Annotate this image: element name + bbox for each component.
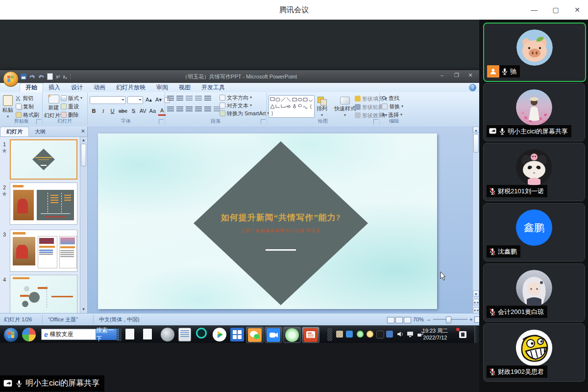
tab-slideshow[interactable]: 幻灯片放映 bbox=[111, 83, 151, 92]
decrease-indent-icon[interactable] bbox=[186, 96, 193, 101]
taskbar-search[interactable]: e 橡胶支座 搜索一下 bbox=[41, 329, 119, 340]
superscript-button[interactable]: x² bbox=[56, 74, 60, 79]
notepad-icon[interactable] bbox=[178, 328, 191, 341]
grow-font-button[interactable]: A▴ bbox=[145, 96, 153, 104]
volume-icon[interactable] bbox=[397, 331, 404, 338]
previous-slide-button[interactable]: ▲▲ bbox=[473, 299, 479, 305]
drawing-dialog-launcher[interactable] bbox=[373, 119, 378, 124]
tray-icon[interactable] bbox=[336, 331, 343, 338]
tray-icon[interactable] bbox=[367, 331, 373, 338]
participant-tile[interactable]: 驰 bbox=[483, 23, 586, 82]
zoom-slider[interactable] bbox=[433, 319, 467, 320]
redo-icon[interactable] bbox=[38, 74, 44, 79]
scroll-down-icon[interactable]: ▼ bbox=[80, 307, 87, 313]
copy-button[interactable]: 复制 bbox=[16, 103, 39, 110]
subscript-button[interactable]: x₂ bbox=[63, 74, 67, 79]
tab-developer[interactable]: 开发工具 bbox=[196, 83, 230, 92]
tab-animations[interactable]: 动画 bbox=[88, 83, 111, 92]
slideshow-icon[interactable] bbox=[404, 317, 411, 323]
font-dialog-launcher[interactable] bbox=[159, 119, 164, 124]
tab-outline[interactable]: 大纲 bbox=[29, 127, 51, 136]
reset-button[interactable]: 重设 bbox=[61, 103, 82, 110]
slide-title[interactable]: 如何提升新闻“共情写作”能力? bbox=[168, 212, 393, 223]
scrollbar-thumb[interactable] bbox=[81, 144, 86, 166]
change-case-button[interactable]: Aa bbox=[148, 107, 157, 115]
panel-close-icon[interactable]: ✕ bbox=[81, 128, 85, 134]
tray-icon[interactable] bbox=[357, 331, 364, 338]
scroll-up-icon[interactable]: ▲ bbox=[80, 137, 87, 143]
arrange-button[interactable]: 排列 ▾ bbox=[317, 97, 327, 117]
bullets-icon[interactable] bbox=[167, 96, 174, 101]
italic-button[interactable]: I bbox=[99, 107, 107, 115]
browser-taskbar-item[interactable] bbox=[283, 327, 301, 343]
search-button[interactable]: 搜索一下 bbox=[96, 329, 119, 340]
participant-tile[interactable]: 鑫鹏 沈鑫鹏 bbox=[483, 203, 585, 261]
tab-insert[interactable]: 插入 bbox=[43, 83, 66, 92]
shapes-gallery[interactable]: { } bbox=[269, 95, 315, 118]
tray-icon[interactable] bbox=[376, 331, 384, 339]
justify-icon[interactable] bbox=[195, 106, 202, 112]
normal-view-icon[interactable] bbox=[387, 317, 394, 323]
tab-view[interactable]: 视图 bbox=[173, 83, 196, 92]
clipboard-dialog-launcher[interactable] bbox=[36, 119, 41, 124]
tiles-app-icon[interactable] bbox=[230, 328, 244, 341]
underline-button[interactable]: U bbox=[108, 107, 117, 115]
tray-icon[interactable] bbox=[346, 331, 353, 338]
font-name-combo[interactable] bbox=[90, 96, 126, 104]
ppt-restore-button[interactable]: ❐ bbox=[450, 70, 464, 81]
smartart-button[interactable]: 转换为 SmartArt▾ bbox=[220, 110, 269, 117]
document-icon[interactable] bbox=[143, 329, 152, 340]
font-size-combo[interactable] bbox=[127, 96, 143, 104]
tencent-video-icon[interactable] bbox=[213, 328, 226, 341]
align-left-icon[interactable] bbox=[167, 106, 174, 112]
display-icon[interactable] bbox=[407, 331, 414, 338]
paragraph-dialog-launcher[interactable] bbox=[261, 119, 266, 124]
ppt-close-button[interactable]: ✕ bbox=[464, 70, 477, 81]
tab-review[interactable]: 审阅 bbox=[151, 83, 173, 92]
tab-home[interactable]: 开始 bbox=[20, 83, 43, 92]
numbering-icon[interactable] bbox=[176, 96, 183, 101]
align-right-icon[interactable] bbox=[186, 106, 193, 112]
zoom-in-button[interactable]: + bbox=[469, 314, 472, 325]
align-text-button[interactable]: 对齐文本▾ bbox=[220, 102, 269, 109]
align-center-icon[interactable] bbox=[176, 106, 183, 112]
scroll-down-icon[interactable]: ▼ bbox=[473, 290, 479, 297]
wechat-taskbar-item[interactable] bbox=[246, 327, 264, 343]
document-icon[interactable] bbox=[125, 329, 134, 340]
character-spacing-button[interactable]: AV bbox=[139, 107, 147, 115]
slide-thumbnail-3[interactable] bbox=[10, 230, 77, 272]
slide-subtitle[interactable]: 江苏广电融媒体新闻中心记者 明玉花 bbox=[178, 228, 384, 234]
start-button[interactable] bbox=[3, 327, 19, 342]
slide-thumbnail-2[interactable] bbox=[10, 183, 77, 225]
increase-indent-icon[interactable] bbox=[195, 96, 202, 101]
delete-button[interactable]: 删除 bbox=[61, 111, 82, 118]
undo-icon[interactable] bbox=[29, 74, 35, 79]
show-desktop-button[interactable] bbox=[474, 326, 479, 343]
ime-indicator-icon[interactable] bbox=[459, 331, 466, 338]
print-preview-icon[interactable] bbox=[47, 73, 53, 80]
strikethrough-button[interactable]: abc bbox=[118, 107, 128, 115]
health-app-icon[interactable] bbox=[196, 328, 207, 339]
maximize-button[interactable]: ▢ bbox=[545, 0, 566, 20]
layout-button[interactable]: 版式▾ bbox=[61, 95, 82, 102]
find-button[interactable]: 查找 bbox=[382, 95, 403, 102]
powerpoint-taskbar-item[interactable] bbox=[302, 327, 319, 343]
tab-design[interactable]: 设计 bbox=[66, 83, 88, 92]
ppt-minimize-button[interactable]: – bbox=[435, 70, 449, 81]
view-buttons[interactable] bbox=[387, 314, 412, 325]
save-icon[interactable] bbox=[21, 74, 26, 79]
camera-app-icon[interactable] bbox=[161, 328, 174, 341]
text-shadow-button[interactable]: S bbox=[129, 107, 138, 115]
tray-icon[interactable] bbox=[386, 331, 393, 338]
taskbar-clock[interactable]: 19:23 周二 2022/7/12 bbox=[416, 327, 455, 341]
participant-tile[interactable]: 会计2001黄白琼 bbox=[483, 263, 585, 322]
close-button[interactable]: ✕ bbox=[566, 0, 588, 20]
help-icon[interactable]: ? bbox=[469, 84, 476, 91]
thumbnails-scrollbar[interactable]: ▲ ▼ bbox=[80, 137, 87, 313]
zoom-out-button[interactable]: – bbox=[427, 314, 430, 325]
slide-diamond-shape[interactable] bbox=[194, 141, 368, 305]
slide-thumbnail-1[interactable] bbox=[10, 139, 77, 180]
paste-button[interactable]: 粘贴 ▾ bbox=[2, 95, 13, 119]
participant-tile[interactable]: 财税2101刘一诺 bbox=[483, 143, 585, 201]
format-painter-button[interactable]: 格式刷 bbox=[16, 111, 39, 118]
